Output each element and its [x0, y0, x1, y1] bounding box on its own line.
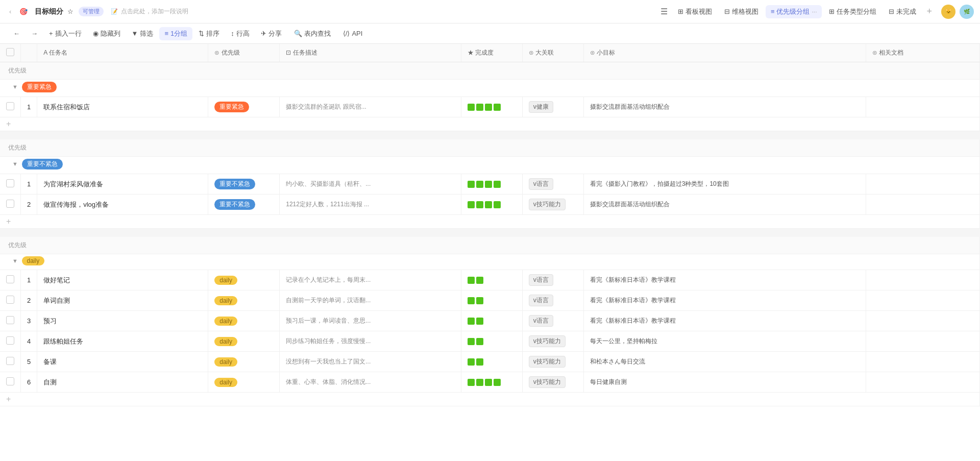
- menu-icon[interactable]: ☰: [660, 7, 668, 16]
- desc-cell[interactable]: 体重、心率、体脂、消化情况...: [280, 372, 461, 393]
- small-goal-cell[interactable]: 摄影交流群面基活动组织配合: [583, 195, 866, 215]
- small-goal-cell[interactable]: 看完《新标准日本语》教学课程: [583, 290, 866, 311]
- header-priority[interactable]: ⊙ 优先级: [208, 44, 280, 62]
- row-checkbox[interactable]: [6, 316, 14, 324]
- small-goal-cell[interactable]: 看完《摄影入门教程》，拍摄超过3种类型，10套图: [583, 174, 866, 195]
- row-checkbox[interactable]: [6, 336, 14, 345]
- complete-cell[interactable]: [461, 352, 522, 372]
- desc-cell[interactable]: 1212定好人数，1211出海报 ...: [280, 195, 461, 215]
- small-goal-cell[interactable]: 摄影交流群面基活动组织配合: [583, 97, 866, 117]
- tab-grid[interactable]: ⊟ 维格视图: [719, 5, 764, 18]
- task-name-cell[interactable]: 做宣传海报，vlog准备: [37, 195, 208, 215]
- row-checkbox[interactable]: [6, 296, 14, 304]
- complete-cell[interactable]: [461, 195, 522, 215]
- table-search-btn[interactable]: 🔍 表内查找: [289, 27, 336, 40]
- add-row[interactable]: +: [0, 393, 980, 406]
- row-checkbox-cell[interactable]: [0, 372, 21, 393]
- priority-cell[interactable]: 重要不紧急: [208, 174, 280, 195]
- collapse-icon[interactable]: ▼: [12, 84, 18, 90]
- tab-incomplete[interactable]: ⊟ 未完成: [884, 5, 921, 18]
- priority-cell[interactable]: daily: [208, 290, 280, 311]
- row-checkbox-cell[interactable]: [0, 331, 21, 352]
- row-checkbox[interactable]: [6, 377, 14, 385]
- priority-cell[interactable]: daily: [208, 311, 280, 331]
- assoc-cell[interactable]: v技巧能力: [522, 372, 583, 393]
- file-cell[interactable]: [866, 174, 979, 195]
- assoc-cell[interactable]: v健康: [522, 97, 583, 117]
- header-desc[interactable]: ⊡ 任务描述: [280, 44, 461, 62]
- back-nav-btn[interactable]: ‹: [6, 7, 14, 16]
- complete-cell[interactable]: [461, 331, 522, 352]
- assoc-cell[interactable]: v语言: [522, 270, 583, 290]
- file-cell[interactable]: [866, 97, 979, 117]
- task-name-cell[interactable]: 自测: [37, 372, 208, 393]
- add-row-cell[interactable]: +: [0, 117, 980, 131]
- desc-cell[interactable]: 没想到有一天我也当上了国文...: [280, 352, 461, 372]
- add-row[interactable]: +: [0, 215, 980, 229]
- share-btn[interactable]: ✈ 分享: [256, 27, 287, 40]
- assoc-cell[interactable]: v语言: [522, 290, 583, 311]
- priority-cell[interactable]: 重要不紧急: [208, 195, 280, 215]
- header-complete[interactable]: ★ 完成度: [461, 44, 522, 62]
- header-name[interactable]: A 任务名: [37, 44, 208, 62]
- row-height-btn[interactable]: ↕ 行高: [226, 27, 255, 40]
- priority-cell[interactable]: daily: [208, 352, 280, 372]
- row-checkbox-cell[interactable]: [0, 97, 21, 117]
- table-container[interactable]: A 任务名 ⊙ 优先级 ⊡ 任务描述 ★ 完成度 ⊙ 大关联 ⊙ 小目标: [0, 44, 980, 461]
- filter-btn[interactable]: ▼ 筛选: [127, 27, 159, 40]
- tab-type[interactable]: ⊞ 任务类型分组: [824, 5, 881, 18]
- row-checkbox-cell[interactable]: [0, 174, 21, 195]
- header-checkbox[interactable]: [0, 44, 21, 62]
- add-row[interactable]: +: [0, 117, 980, 131]
- row-checkbox[interactable]: [6, 102, 14, 110]
- file-cell[interactable]: [866, 270, 979, 290]
- back-btn[interactable]: ←: [8, 28, 25, 39]
- priority-cell[interactable]: daily: [208, 331, 280, 352]
- row-checkbox-cell[interactable]: [0, 290, 21, 311]
- complete-cell[interactable]: [461, 174, 522, 195]
- desc-cell[interactable]: 记录在个人笔记本上，每周末...: [280, 270, 461, 290]
- assoc-cell[interactable]: v技巧能力: [522, 352, 583, 372]
- task-name-cell[interactable]: 做好笔记: [37, 270, 208, 290]
- complete-cell[interactable]: [461, 290, 522, 311]
- add-view-btn[interactable]: +: [923, 6, 935, 17]
- small-goal-cell[interactable]: 每天一公里，坚持帕梅拉: [583, 331, 866, 352]
- group-btn[interactable]: ≡ 1分组: [159, 27, 192, 40]
- priority-cell[interactable]: daily: [208, 270, 280, 290]
- desc-cell[interactable]: 预习后一课，单词读音、意思...: [280, 311, 461, 331]
- row-checkbox-cell[interactable]: [0, 352, 21, 372]
- desc-cell[interactable]: 摄影交流群的圣诞趴 跟民宿...: [280, 97, 461, 117]
- header-assoc[interactable]: ⊙ 大关联: [522, 44, 583, 62]
- row-checkbox-cell[interactable]: [0, 270, 21, 290]
- assoc-cell[interactable]: v语言: [522, 311, 583, 331]
- header-file[interactable]: ⊙ 相关文档: [866, 44, 979, 62]
- file-cell[interactable]: [866, 331, 979, 352]
- task-name-cell[interactable]: 单词自测: [37, 290, 208, 311]
- add-row-cell[interactable]: +: [0, 215, 980, 229]
- task-name-cell[interactable]: 为官湖村采风做准备: [37, 174, 208, 195]
- small-goal-cell[interactable]: 看完《新标准日本语》教学课程: [583, 270, 866, 290]
- sort-btn[interactable]: ⇅ 排序: [193, 27, 225, 40]
- file-cell[interactable]: [866, 290, 979, 311]
- file-cell[interactable]: [866, 311, 979, 331]
- file-cell[interactable]: [866, 372, 979, 393]
- star-icon[interactable]: ☆: [67, 8, 74, 15]
- complete-cell[interactable]: [461, 311, 522, 331]
- small-goal-cell[interactable]: 每日健康自测: [583, 372, 866, 393]
- row-checkbox-cell[interactable]: [0, 195, 21, 215]
- tab-board[interactable]: ⊞ 看板视图: [673, 5, 717, 18]
- tab-priority[interactable]: ≡ 优先级分组 ···: [766, 5, 822, 18]
- row-checkbox[interactable]: [6, 200, 14, 208]
- desc-cell[interactable]: 同步练习帕姐任务，强度慢慢...: [280, 331, 461, 352]
- assoc-cell[interactable]: v语言: [522, 174, 583, 195]
- row-checkbox[interactable]: [6, 179, 14, 187]
- priority-cell[interactable]: 重要紧急: [208, 97, 280, 117]
- small-goal-cell[interactable]: 看完《新标准日本语》教学课程: [583, 311, 866, 331]
- assoc-cell[interactable]: v技巧能力: [522, 195, 583, 215]
- complete-cell[interactable]: [461, 372, 522, 393]
- add-row-cell[interactable]: +: [0, 393, 980, 406]
- api-btn[interactable]: ⟨/⟩ API: [338, 28, 368, 39]
- row-checkbox[interactable]: [6, 275, 14, 283]
- task-name-cell[interactable]: 跟练帕姐任务: [37, 331, 208, 352]
- desc-cell[interactable]: 约小欧、买摄影道具（秸秆、...: [280, 174, 461, 195]
